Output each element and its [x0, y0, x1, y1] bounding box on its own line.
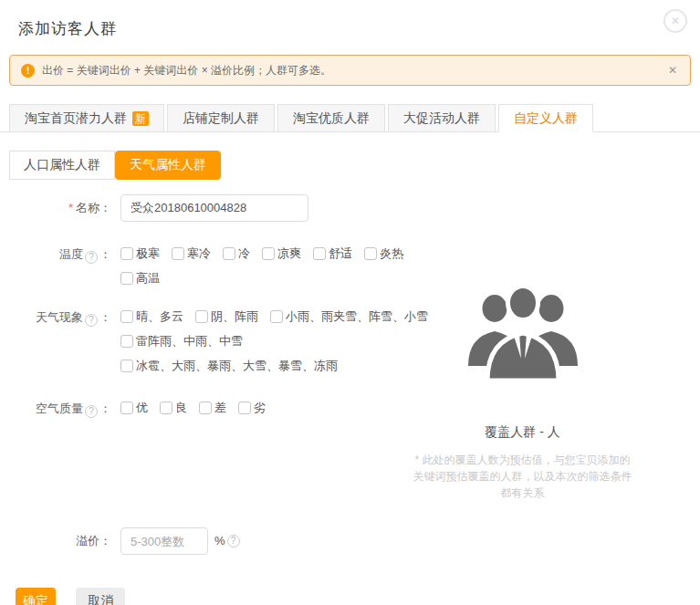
- checkbox-extreme-cold[interactable]: 极寒: [120, 245, 160, 262]
- checkbox-box[interactable]: [172, 247, 184, 260]
- bid-formula-alert: ! 出价 = 关键词出价 + 关键词出价 × 溢价比例；人群可多选。 ✕: [9, 55, 691, 86]
- checkbox-box[interactable]: [120, 335, 133, 348]
- tab-label: 大促活动人群: [403, 110, 480, 127]
- alert-text: 出价 = 关键词出价 + 关键词出价 × 溢价比例；人群可多选。: [42, 63, 666, 78]
- checkbox-box[interactable]: [238, 402, 251, 414]
- coverage-note-line: 关键词预估覆盖的人群，以及本次的筛选条件: [392, 468, 653, 485]
- checkbox-hot[interactable]: 炎热: [364, 245, 403, 262]
- checkbox-cool[interactable]: 凉爽: [262, 245, 301, 262]
- name-row: *名称：: [0, 194, 700, 222]
- checkbox-air-bad[interactable]: 劣: [238, 400, 266, 416]
- checkbox-box[interactable]: [120, 310, 133, 323]
- help-icon[interactable]: ?: [85, 405, 98, 418]
- tab-shop-custom[interactable]: 店铺定制人群: [167, 104, 275, 132]
- dialog-close-icon[interactable]: ✕: [663, 9, 687, 33]
- premium-input[interactable]: [120, 527, 208, 555]
- checkbox-box[interactable]: [160, 402, 172, 414]
- checkbox-box[interactable]: [364, 247, 377, 260]
- coverage-note-line: 都有关系: [392, 485, 653, 501]
- confirm-button[interactable]: 确定: [16, 588, 56, 605]
- checkbox-box[interactable]: [262, 247, 275, 260]
- subtab-weather[interactable]: 天气属性人群: [115, 151, 221, 180]
- premium-label: 溢价：: [0, 527, 111, 555]
- checkbox-box[interactable]: [199, 402, 212, 414]
- checkbox-hail-heavy-rain-storm[interactable]: 冰雹、大雨、暴雨、大雪、暴雪、冻雨: [120, 358, 338, 374]
- audience-type-tabs: 淘宝首页潜力人群 新 店铺定制人群 淘宝优质人群 大促活动人群 自定义人群: [0, 104, 700, 132]
- coverage-note-line: * 此处的覆盖人数为预估值，与您宝贝添加的: [392, 452, 653, 468]
- alert-close-icon[interactable]: ✕: [666, 62, 679, 78]
- checkbox-box[interactable]: [270, 310, 283, 323]
- dialog-footer: 确定 取消: [16, 588, 700, 605]
- new-badge: 新: [132, 111, 149, 126]
- checkbox-air-excellent[interactable]: 优: [120, 400, 148, 416]
- tab-label: 店铺定制人群: [183, 110, 259, 127]
- coverage-note: * 此处的覆盖人数为预估值，与您宝贝添加的 关键词预估覆盖的人群，以及本次的筛选…: [392, 452, 653, 501]
- checkbox-box[interactable]: [195, 310, 208, 323]
- name-label: *名称：: [0, 194, 111, 222]
- tab-label: 淘宝首页潜力人群: [25, 110, 127, 127]
- weather-audience-form: *名称： 温度?： 极寒 寒冷 冷 凉爽 舒适 炎热 高: [0, 180, 700, 555]
- tab-taobao-premium[interactable]: 淘宝优质人群: [277, 104, 385, 132]
- air-quality-label: 空气质量?：: [0, 400, 111, 418]
- tab-taobao-homepage-potential[interactable]: 淘宝首页潜力人群 新: [9, 104, 164, 132]
- checkbox-overcast-showers[interactable]: 阴、阵雨: [195, 308, 258, 325]
- checkbox-box[interactable]: [120, 272, 133, 285]
- tab-label: 淘宝优质人群: [293, 110, 370, 127]
- tab-custom-audience[interactable]: 自定义人群: [498, 104, 593, 132]
- checkbox-high-temperature[interactable]: 高温: [120, 270, 160, 287]
- subtab-demographic[interactable]: 人口属性人群: [9, 151, 115, 180]
- weather-phenomena-label: 天气现象?：: [0, 308, 111, 327]
- info-icon: !: [21, 64, 35, 78]
- audience-name-input[interactable]: [120, 194, 308, 222]
- checkbox-box[interactable]: [313, 247, 326, 260]
- cancel-button[interactable]: 取消: [76, 588, 125, 605]
- checkbox-air-good[interactable]: 良: [160, 400, 187, 416]
- audience-group-icon: [465, 278, 581, 386]
- checkbox-thunderstorm-moderate-rain-snow[interactable]: 雷阵雨、中雨、中雪: [120, 333, 243, 349]
- tab-promotion-event[interactable]: 大促活动人群: [388, 104, 496, 132]
- premium-row: 溢价： % ?: [0, 527, 700, 555]
- checkbox-chilly[interactable]: 冷: [223, 245, 250, 262]
- percent-unit: %: [214, 527, 225, 555]
- page-title: 添加访客人群: [0, 0, 700, 39]
- checkbox-box[interactable]: [223, 247, 235, 260]
- checkbox-box[interactable]: [120, 360, 133, 372]
- checkbox-comfortable[interactable]: 舒适: [313, 245, 352, 262]
- tab-label: 自定义人群: [514, 110, 578, 127]
- coverage-panel: 覆盖人群 - 人 * 此处的覆盖人数为预估值，与您宝贝添加的 关键词预估覆盖的人…: [392, 278, 653, 501]
- add-visitor-audience-dialog: 添加访客人群 ✕ ! 出价 = 关键词出价 + 关键词出价 × 溢价比例；人群可…: [0, 0, 700, 605]
- help-icon[interactable]: ?: [85, 314, 98, 327]
- help-icon[interactable]: ?: [227, 535, 240, 548]
- checkbox-cold[interactable]: 寒冷: [172, 245, 211, 262]
- checkbox-air-poor[interactable]: 差: [199, 400, 226, 416]
- checkbox-box[interactable]: [120, 402, 133, 414]
- checkbox-sunny-cloudy[interactable]: 晴、多云: [120, 308, 183, 325]
- temperature-label: 温度?：: [0, 245, 111, 264]
- checkbox-box[interactable]: [120, 247, 133, 260]
- custom-audience-subtabs: 人口属性人群 天气属性人群: [9, 151, 700, 180]
- required-mark: *: [68, 201, 73, 214]
- help-icon[interactable]: ?: [85, 251, 98, 264]
- coverage-count-label: 覆盖人群 - 人: [392, 424, 653, 441]
